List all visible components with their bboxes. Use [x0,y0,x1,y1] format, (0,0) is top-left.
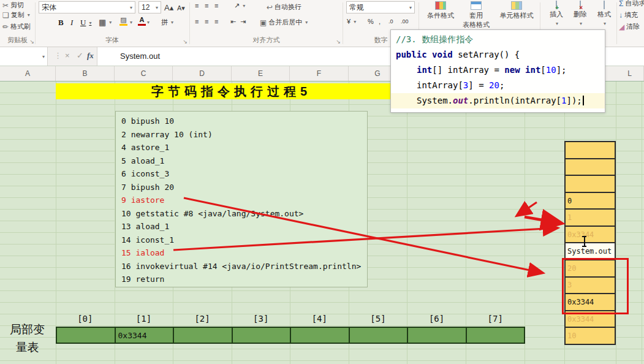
font-color-swatch [138,24,146,26]
clipboard-dialog-launcher[interactable]: ↘ [29,39,34,45]
code-line-1: public void setArray() { [391,47,605,63]
cut-button[interactable]: ✂ 剪切 [2,1,24,10]
increase-indent-icon: ⇥ [240,18,246,26]
column-header-D[interactable]: D [173,66,232,81]
red-highlight-box [562,258,629,314]
column-header-E[interactable]: E [232,66,290,81]
comma-style-button[interactable]: , [379,18,381,25]
chevron-down-icon: ▾ [243,3,245,9]
lvt-cell-0[interactable] [56,327,116,344]
insert-cells-icon: + [556,1,557,9]
copy-button[interactable]: ❏ 复制 ▾ [2,10,30,20]
cell-styles-button[interactable]: 单元格样式 [496,1,537,20]
delete-cells-button[interactable]: × 删除 ▾ [569,1,591,26]
align-middle-button[interactable]: ≡ [205,2,208,9]
font-dialog-launcher[interactable]: ↘ [183,39,188,45]
stack-cell-1[interactable] [566,159,615,176]
format-as-table-button[interactable]: 套用 表格格式 [458,1,494,29]
bold-button[interactable]: B [58,18,64,28]
title-banner-cell[interactable]: 字节码指令执行过程5 [56,83,407,99]
stack-cell-3[interactable]: 0 [566,193,615,210]
stack-cell-2[interactable] [566,176,615,193]
borders-button[interactable]: ▦ ▾ [99,18,112,27]
fill-color-button[interactable]: ▨ [119,17,127,26]
fill-color-swatch [119,24,127,26]
accounting-format-button[interactable]: ¥ ▾ [347,18,356,25]
align-bottom-icon: ≡ [214,2,218,9]
name-box[interactable]: ▾ [0,47,48,66]
column-header-C[interactable]: C [115,66,173,81]
stack-cell-value: 0x3344 [567,315,594,324]
format-cells-button[interactable]: 格式 ▾ [593,1,615,26]
font-size-combo[interactable]: 12 ▾ [138,1,161,13]
underline-button[interactable]: U ▾ [80,18,91,28]
ribbon-group-clipboard: ✂ 剪切 ❏ 复制 ▾ ✏ 格式刷 剪贴板 ↘ [0,0,35,47]
increase-decimal-button[interactable]: .0 [388,18,393,25]
format-painter-button[interactable]: ✏ 格式刷 [2,22,31,31]
bytecode-line-11: 16 invokevirtual #14 <java/io/PrintStrea… [121,260,367,273]
stack-cell-11[interactable]: 10 [566,328,615,344]
scissors-icon: ✂ [2,1,9,10]
column-header-F[interactable]: F [290,66,349,81]
align-center-button[interactable]: ≡ [205,18,208,25]
insert-cells-button[interactable]: + 插入 ▾ [545,1,567,26]
conditional-format-button[interactable]: 条件格式 [426,1,455,20]
underline-icon: U [80,18,86,28]
excel-window: ✂ 剪切 ❏ 复制 ▾ ✏ 格式刷 剪贴板 ↘ 宋体 ▾ 12 ▾ [0,0,644,364]
code-line-3: intArray[3] = 20; [391,78,605,93]
clear-button[interactable]: ◢ 清除 [619,22,640,31]
lvt-cell-6[interactable] [408,327,467,344]
font-color-button[interactable]: A [138,17,146,26]
column-header-L[interactable]: L [616,66,644,81]
italic-button[interactable]: I [70,18,73,28]
stack-cell-5[interactable]: 0x3344 [566,227,615,244]
lvt-label-line1: 局部变 [10,320,45,338]
autosum-button[interactable]: Σ 自动求和 [619,0,644,8]
shrink-font-button[interactable]: A▾ [177,4,185,12]
decrease-decimal-button[interactable]: .00 [401,18,409,25]
code-line-4: System.out.println(intArray[1]); [391,93,605,108]
phonetic-button[interactable]: 拼 ▾ [161,18,173,27]
sheet-grid[interactable]: 字节码指令执行过程5 0 bipush 102 newarray 10 (int… [0,82,644,364]
lvt-index-7: [7] [466,314,525,325]
align-left-button[interactable]: ≡ [195,18,199,25]
increase-decimal-icon: .0 [388,18,393,25]
fill-label: 填充 [624,10,638,20]
local-variable-cells: 0x3344 [56,327,525,344]
increase-indent-button[interactable]: ⇥ [240,18,246,26]
align-top-button[interactable]: ≡ [195,2,199,9]
lvt-cell-3[interactable] [233,327,292,344]
lvt-cell-value: 0x3344 [118,331,147,340]
lvt-cell-2[interactable] [174,327,233,344]
column-header-B[interactable]: B [56,66,115,81]
fill-button[interactable]: ↓ 填充 [619,10,638,20]
lvt-cell-1[interactable]: 0x3344 [116,327,175,344]
lvt-cell-7[interactable] [467,327,526,344]
enter-button[interactable]: ✓ [77,51,83,60]
orientation-button[interactable]: ↗ ▾ [234,2,245,10]
align-left-icon: ≡ [195,18,199,25]
bytecode-line-7: 10 getstatic #8 <java/lang/System.out> [121,207,367,221]
delete-cells-icon: × [580,1,581,9]
merge-center-button[interactable]: ▣ 合并后居中 ▾ [260,18,308,27]
code-snippet-panel[interactable]: //3. 数组操作指令public void setArray() {int[]… [390,29,605,113]
stack-cell-4[interactable]: 1 [566,210,615,227]
number-format-combo[interactable]: 常规 ▾ [346,1,415,13]
stack-cell-0[interactable] [566,142,615,159]
percent-style-button[interactable]: % [368,18,374,25]
conditional-format-icon [435,1,446,10]
format-cells-icon [604,1,605,9]
grow-font-button[interactable]: A▴ [164,3,173,12]
cancel-button[interactable]: × [65,51,70,60]
decrease-indent-button[interactable]: ⇤ [230,18,236,26]
wrap-text-button[interactable]: ↩ 自动换行 [267,2,301,12]
column-header-A[interactable]: A [0,66,56,81]
lvt-cell-4[interactable] [291,327,350,344]
font-name-combo[interactable]: 宋体 ▾ [39,1,135,13]
align-right-button[interactable]: ≡ [214,18,218,25]
insert-function-button[interactable]: fx [87,51,94,61]
align-bottom-button[interactable]: ≡ [214,2,218,9]
lvt-cell-5[interactable] [350,327,409,344]
alignment-dialog-launcher[interactable]: ↘ [336,39,341,45]
orientation-icon: ↗ [234,2,240,10]
